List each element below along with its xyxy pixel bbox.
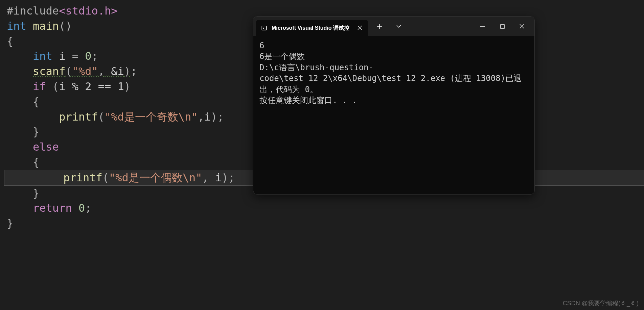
tab-divider (389, 22, 389, 31)
close-window-button[interactable] (512, 19, 532, 34)
window-controls (473, 19, 532, 34)
preprocessor: #include (7, 4, 59, 17)
close-tab-button[interactable] (356, 24, 364, 33)
include-path: <stdio.h> (59, 4, 117, 17)
new-tab-button[interactable] (371, 19, 388, 34)
code-line[interactable]: return 0; (0, 201, 644, 216)
svg-rect-6 (501, 25, 504, 28)
tab-divider (370, 22, 370, 31)
console-line: D:\c语言\brush-question-code\test_12_2\x64… (259, 62, 528, 95)
console-line: 6 (259, 40, 528, 51)
maximize-button[interactable] (492, 19, 512, 34)
console-tab-title: Microsoft Visual Studio 调试控 (272, 25, 349, 32)
console-titlebar[interactable]: Microsoft Visual Studio 调试控 (253, 17, 534, 36)
code-line[interactable]: } (0, 216, 644, 231)
svg-rect-0 (262, 26, 267, 30)
console-window[interactable]: Microsoft Visual Studio 调试控 6 (253, 16, 535, 195)
minimize-button[interactable] (473, 19, 492, 34)
terminal-icon (261, 25, 268, 31)
console-output[interactable]: 6 6是一个偶数 D:\c语言\brush-question-code\test… (253, 36, 534, 110)
console-line: 按任意键关闭此窗口. . . (259, 95, 528, 106)
console-tab[interactable]: Microsoft Visual Studio 调试控 (256, 20, 368, 36)
console-line: 6是一个偶数 (259, 51, 528, 62)
watermark: CSDN @我要学编程(ಥ_ಥ) (563, 299, 639, 307)
tab-dropdown-button[interactable] (391, 19, 407, 34)
